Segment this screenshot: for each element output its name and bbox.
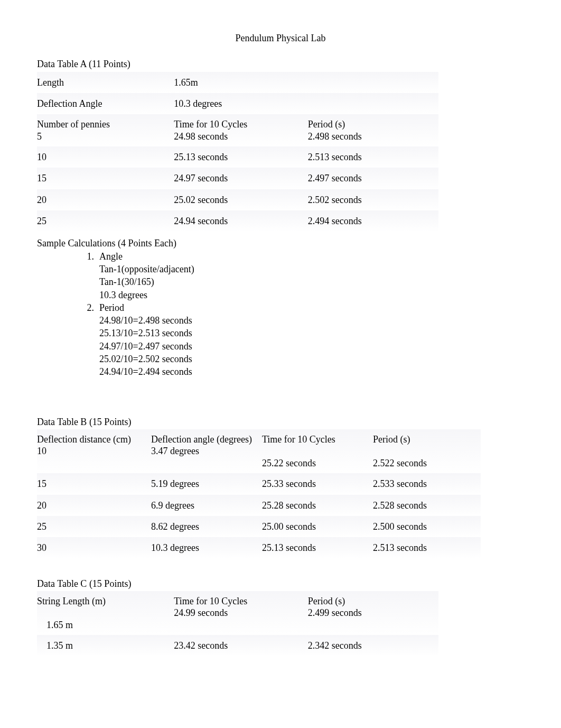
cell-value: 25.28 seconds <box>259 495 370 516</box>
cell-value: 2.533 seconds <box>370 473 481 494</box>
table-row: Length 1.65m <box>37 72 438 93</box>
list-number: 2. <box>85 301 99 379</box>
data-table-c: String Length (m) 1.65 m Time for 10 Cyc… <box>37 591 438 657</box>
cell-value: 2.498 seconds <box>308 131 435 143</box>
cell-value: 15 <box>37 168 171 189</box>
calc-line: Tan-1(opposite/adjacent) <box>99 263 524 275</box>
time-header: Time for 10 Cycles <box>174 118 301 131</box>
table-row: 15 24.97 seconds 2.497 seconds <box>37 168 438 189</box>
table-c-label: Data Table C (15 Points) <box>37 577 524 590</box>
cell-value: 25.00 seconds <box>259 516 370 537</box>
cell-value: 25.13 seconds <box>171 146 304 168</box>
cell-value: 10.3 degrees <box>148 537 259 558</box>
cell-value: 24.97 seconds <box>171 168 304 189</box>
table-row: 30 10.3 degrees 25.13 seconds 2.513 seco… <box>37 537 481 558</box>
period-header: Period (s) <box>308 118 435 131</box>
data-table-b: Deflection distance (cm) 10 Deflection a… <box>37 429 481 559</box>
table-row: 1.35 m 23.42 seconds 2.342 seconds <box>37 635 438 656</box>
cell-value: 2.499 seconds <box>308 607 435 619</box>
table-row: 10 25.13 seconds 2.513 seconds <box>37 146 438 168</box>
cell-value: 15 <box>37 473 148 494</box>
cell-value: 25.13 seconds <box>259 537 370 558</box>
period-header: Period (s) <box>373 434 478 446</box>
cell-value: 25.33 seconds <box>259 473 370 494</box>
table-row: Deflection Angle 10.3 degrees <box>37 93 438 114</box>
cell-value: 20 <box>37 189 171 210</box>
cell-value: 1.35 m <box>37 635 171 656</box>
cell-value: 2.513 seconds <box>370 537 481 558</box>
calc-line: 24.94/10=2.494 seconds <box>99 365 524 378</box>
cell-value: 3.47 degrees <box>151 445 256 457</box>
cell-value: 2.342 seconds <box>305 635 438 656</box>
time-header: Time for 10 Cycles <box>174 595 301 607</box>
cell-value: 24.99 seconds <box>174 607 301 619</box>
calc-line: 25.13/10=2.513 seconds <box>99 327 524 339</box>
cell-value: 2.497 seconds <box>305 168 438 189</box>
cell-value: 2.522 seconds <box>373 457 478 469</box>
calc-title: Period <box>99 301 524 314</box>
calc-line: 24.98/10=2.498 seconds <box>99 314 524 327</box>
cell-value: 2.494 seconds <box>305 210 438 232</box>
deflection-angle-value: 10.3 degrees <box>171 93 304 114</box>
cell-value: 30 <box>37 537 148 558</box>
calculations-label: Sample Calculations (4 Points Each) <box>37 237 524 250</box>
calc-title: Angle <box>99 250 524 263</box>
data-table-a: Length 1.65m Deflection Angle 10.3 degre… <box>37 72 438 232</box>
cell-value: 2.513 seconds <box>305 146 438 168</box>
table-row: 20 6.9 degrees 25.28 seconds 2.528 secon… <box>37 495 481 516</box>
table-row: 15 5.19 degrees 25.33 seconds 2.533 seco… <box>37 473 481 494</box>
period-header: Period (s) <box>308 595 435 607</box>
cell-value: 2.528 seconds <box>370 495 481 516</box>
table-row: 25 8.62 degrees 25.00 seconds 2.500 seco… <box>37 516 481 537</box>
calc-line: Tan-1(30/165) <box>99 275 524 288</box>
length-header: String Length (m) <box>37 595 167 607</box>
page-title: Pendulum Physical Lab <box>37 32 524 44</box>
cell-value: 5 <box>37 131 167 143</box>
table-b-label: Data Table B (15 Points) <box>37 416 524 428</box>
cell-value: 2.502 seconds <box>305 189 438 210</box>
cell-value: 6.9 degrees <box>148 495 259 516</box>
length-label: Length <box>37 72 171 93</box>
cell-value: 25.02 seconds <box>171 189 304 210</box>
table-row: String Length (m) 1.65 m Time for 10 Cyc… <box>37 591 438 635</box>
calc-line: 10.3 degrees <box>99 289 524 301</box>
list-number: 1. <box>85 250 99 301</box>
distance-header: Deflection distance (cm) <box>37 434 145 446</box>
cell-value: 25 <box>37 210 171 232</box>
calc-line: 24.97/10=2.497 seconds <box>99 340 524 353</box>
cell-value: 23.42 seconds <box>171 635 304 656</box>
length-value: 1.65m <box>171 72 304 93</box>
calc-line: 25.02/10=2.502 seconds <box>99 353 524 365</box>
table-row: Number of pennies 5 Time for 10 Cycles 2… <box>37 114 438 146</box>
time-header: Time for 10 Cycles <box>262 434 367 446</box>
cell-value: 20 <box>37 495 148 516</box>
table-row: 25 24.94 seconds 2.494 seconds <box>37 210 438 232</box>
cell-value: 25 <box>37 516 148 537</box>
cell-value: 10 <box>37 146 171 168</box>
sample-calculations: Sample Calculations (4 Points Each) 1. A… <box>37 237 524 378</box>
table-row: 20 25.02 seconds 2.502 seconds <box>37 189 438 210</box>
pennies-header: Number of pennies <box>37 118 167 131</box>
cell-value: 5.19 degrees <box>148 473 259 494</box>
cell-value: 1.65 m <box>37 619 167 631</box>
cell-value: 2.500 seconds <box>370 516 481 537</box>
deflection-angle-label: Deflection Angle <box>37 93 171 114</box>
cell-value: 25.22 seconds <box>262 457 367 469</box>
cell-value: 8.62 degrees <box>148 516 259 537</box>
cell-value: 10 <box>37 445 145 457</box>
table-a-label: Data Table A (11 Points) <box>37 58 524 70</box>
cell-value: 24.94 seconds <box>171 210 304 232</box>
angle-header: Deflection angle (degrees) <box>151 434 256 446</box>
cell-value: 24.98 seconds <box>174 131 301 143</box>
table-row: Deflection distance (cm) 10 Deflection a… <box>37 429 481 474</box>
